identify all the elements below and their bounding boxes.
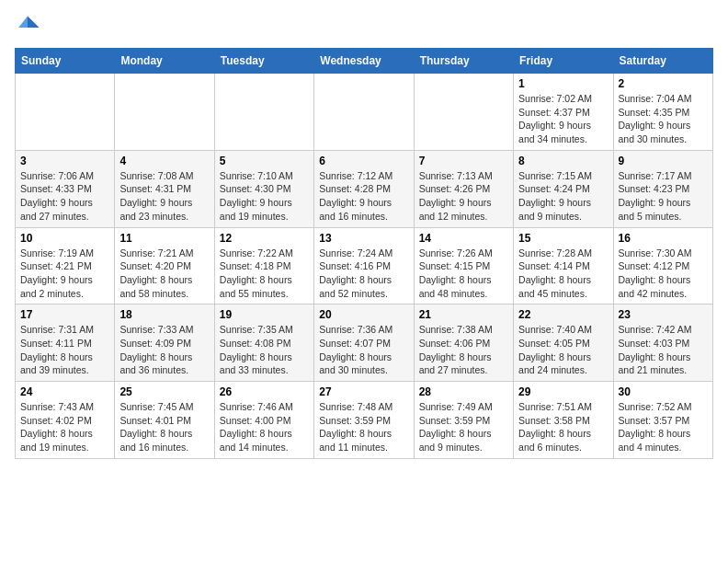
calendar-cell: 3Sunrise: 7:06 AM Sunset: 4:33 PM Daylig… xyxy=(16,150,115,227)
calendar-cell: 4Sunrise: 7:08 AM Sunset: 4:31 PM Daylig… xyxy=(115,150,214,227)
day-detail: Sunrise: 7:06 AM Sunset: 4:33 PM Dayligh… xyxy=(20,169,109,224)
col-header-friday: Friday xyxy=(514,49,613,74)
day-number: 26 xyxy=(220,385,309,398)
calendar-table: SundayMondayTuesdayWednesdayThursdayFrid… xyxy=(15,48,713,459)
day-number: 29 xyxy=(518,385,608,398)
day-number: 12 xyxy=(220,232,309,245)
day-number: 9 xyxy=(619,155,708,167)
calendar-cell: 19Sunrise: 7:35 AM Sunset: 4:08 PM Dayli… xyxy=(214,304,313,382)
day-detail: Sunrise: 7:19 AM Sunset: 4:21 PM Dayligh… xyxy=(20,247,109,301)
calendar-cell: 7Sunrise: 7:13 AM Sunset: 4:26 PM Daylig… xyxy=(414,150,513,227)
calendar-cell: 30Sunrise: 7:52 AM Sunset: 3:57 PM Dayli… xyxy=(613,382,712,459)
day-detail: Sunrise: 7:04 AM Sunset: 4:35 PM Dayligh… xyxy=(619,92,708,146)
day-number: 8 xyxy=(518,155,608,167)
calendar-cell: 27Sunrise: 7:48 AM Sunset: 3:59 PM Dayli… xyxy=(314,382,414,459)
day-number: 23 xyxy=(619,308,708,321)
calendar-cell: 28Sunrise: 7:49 AM Sunset: 3:59 PM Dayli… xyxy=(414,382,513,459)
calendar-week-row: 10Sunrise: 7:19 AM Sunset: 4:21 PM Dayli… xyxy=(16,227,713,304)
day-detail: Sunrise: 7:15 AM Sunset: 4:24 PM Dayligh… xyxy=(518,169,608,224)
logo-icon xyxy=(15,15,40,40)
day-detail: Sunrise: 7:40 AM Sunset: 4:05 PM Dayligh… xyxy=(518,323,608,377)
day-detail: Sunrise: 7:24 AM Sunset: 4:16 PM Dayligh… xyxy=(319,247,408,301)
logo xyxy=(15,15,44,40)
calendar-header-row: SundayMondayTuesdayWednesdayThursdayFrid… xyxy=(16,49,713,74)
calendar-cell xyxy=(314,74,414,151)
day-number: 7 xyxy=(419,155,508,167)
calendar-cell: 29Sunrise: 7:51 AM Sunset: 3:58 PM Dayli… xyxy=(514,382,613,459)
day-detail: Sunrise: 7:45 AM Sunset: 4:01 PM Dayligh… xyxy=(119,400,209,454)
day-detail: Sunrise: 7:02 AM Sunset: 4:37 PM Dayligh… xyxy=(518,92,608,146)
day-number: 3 xyxy=(20,155,109,167)
calendar-cell: 11Sunrise: 7:21 AM Sunset: 4:20 PM Dayli… xyxy=(115,227,214,304)
calendar-cell: 10Sunrise: 7:19 AM Sunset: 4:21 PM Dayli… xyxy=(16,227,115,304)
day-number: 5 xyxy=(220,155,309,167)
day-number: 14 xyxy=(419,232,508,245)
day-number: 11 xyxy=(119,232,209,245)
calendar-cell: 26Sunrise: 7:46 AM Sunset: 4:00 PM Dayli… xyxy=(214,382,313,459)
day-number: 4 xyxy=(119,155,209,167)
calendar-cell: 18Sunrise: 7:33 AM Sunset: 4:09 PM Dayli… xyxy=(115,304,214,382)
col-header-thursday: Thursday xyxy=(414,49,513,74)
calendar-cell: 1Sunrise: 7:02 AM Sunset: 4:37 PM Daylig… xyxy=(514,74,613,151)
calendar-cell: 20Sunrise: 7:36 AM Sunset: 4:07 PM Dayli… xyxy=(314,304,414,382)
day-number: 17 xyxy=(20,308,109,321)
day-number: 16 xyxy=(619,232,708,245)
day-detail: Sunrise: 7:31 AM Sunset: 4:11 PM Dayligh… xyxy=(20,323,109,377)
day-detail: Sunrise: 7:17 AM Sunset: 4:23 PM Dayligh… xyxy=(619,169,708,224)
day-detail: Sunrise: 7:30 AM Sunset: 4:12 PM Dayligh… xyxy=(619,247,708,301)
calendar-cell xyxy=(414,74,513,151)
calendar-cell: 22Sunrise: 7:40 AM Sunset: 4:05 PM Dayli… xyxy=(514,304,613,382)
calendar-cell: 5Sunrise: 7:10 AM Sunset: 4:30 PM Daylig… xyxy=(214,150,313,227)
day-number: 19 xyxy=(220,308,309,321)
col-header-monday: Monday xyxy=(115,49,214,74)
calendar-cell: 14Sunrise: 7:26 AM Sunset: 4:15 PM Dayli… xyxy=(414,227,513,304)
day-number: 30 xyxy=(619,385,708,398)
calendar-cell: 17Sunrise: 7:31 AM Sunset: 4:11 PM Dayli… xyxy=(16,304,115,382)
calendar-cell: 16Sunrise: 7:30 AM Sunset: 4:12 PM Dayli… xyxy=(613,227,712,304)
day-number: 28 xyxy=(419,385,508,398)
day-number: 2 xyxy=(619,77,708,90)
col-header-tuesday: Tuesday xyxy=(214,49,313,74)
calendar-cell: 12Sunrise: 7:22 AM Sunset: 4:18 PM Dayli… xyxy=(214,227,313,304)
day-detail: Sunrise: 7:28 AM Sunset: 4:14 PM Dayligh… xyxy=(518,247,608,301)
col-header-sunday: Sunday xyxy=(16,49,115,74)
day-detail: Sunrise: 7:52 AM Sunset: 3:57 PM Dayligh… xyxy=(619,400,708,454)
calendar-cell: 9Sunrise: 7:17 AM Sunset: 4:23 PM Daylig… xyxy=(613,150,712,227)
col-header-wednesday: Wednesday xyxy=(314,49,414,74)
day-detail: Sunrise: 7:38 AM Sunset: 4:06 PM Dayligh… xyxy=(419,323,508,377)
day-number: 24 xyxy=(20,385,109,398)
calendar-week-row: 17Sunrise: 7:31 AM Sunset: 4:11 PM Dayli… xyxy=(16,304,713,382)
calendar-cell: 21Sunrise: 7:38 AM Sunset: 4:06 PM Dayli… xyxy=(414,304,513,382)
calendar-week-row: 3Sunrise: 7:06 AM Sunset: 4:33 PM Daylig… xyxy=(16,150,713,227)
calendar-cell: 25Sunrise: 7:45 AM Sunset: 4:01 PM Dayli… xyxy=(115,382,214,459)
day-detail: Sunrise: 7:42 AM Sunset: 4:03 PM Dayligh… xyxy=(619,323,708,377)
day-detail: Sunrise: 7:10 AM Sunset: 4:30 PM Dayligh… xyxy=(220,169,309,224)
day-detail: Sunrise: 7:36 AM Sunset: 4:07 PM Dayligh… xyxy=(319,323,408,377)
day-detail: Sunrise: 7:33 AM Sunset: 4:09 PM Dayligh… xyxy=(119,323,209,377)
day-detail: Sunrise: 7:49 AM Sunset: 3:59 PM Dayligh… xyxy=(419,400,508,454)
day-number: 20 xyxy=(319,308,408,321)
day-number: 10 xyxy=(20,232,109,245)
day-number: 27 xyxy=(319,385,408,398)
calendar-cell: 15Sunrise: 7:28 AM Sunset: 4:14 PM Dayli… xyxy=(514,227,613,304)
day-detail: Sunrise: 7:13 AM Sunset: 4:26 PM Dayligh… xyxy=(419,169,508,224)
calendar-cell: 24Sunrise: 7:43 AM Sunset: 4:02 PM Dayli… xyxy=(16,382,115,459)
day-number: 22 xyxy=(518,308,608,321)
calendar-cell: 2Sunrise: 7:04 AM Sunset: 4:35 PM Daylig… xyxy=(613,74,712,151)
calendar-week-row: 1Sunrise: 7:02 AM Sunset: 4:37 PM Daylig… xyxy=(16,74,713,151)
day-detail: Sunrise: 7:48 AM Sunset: 3:59 PM Dayligh… xyxy=(319,400,408,454)
day-detail: Sunrise: 7:22 AM Sunset: 4:18 PM Dayligh… xyxy=(220,247,309,301)
calendar-cell: 6Sunrise: 7:12 AM Sunset: 4:28 PM Daylig… xyxy=(314,150,414,227)
calendar-cell: 8Sunrise: 7:15 AM Sunset: 4:24 PM Daylig… xyxy=(514,150,613,227)
day-number: 18 xyxy=(119,308,209,321)
day-number: 6 xyxy=(319,155,408,167)
calendar-cell xyxy=(16,74,115,151)
day-number: 13 xyxy=(319,232,408,245)
day-detail: Sunrise: 7:08 AM Sunset: 4:31 PM Dayligh… xyxy=(119,169,209,224)
day-number: 15 xyxy=(518,232,608,245)
day-detail: Sunrise: 7:26 AM Sunset: 4:15 PM Dayligh… xyxy=(419,247,508,301)
calendar-week-row: 24Sunrise: 7:43 AM Sunset: 4:02 PM Dayli… xyxy=(16,382,713,459)
col-header-saturday: Saturday xyxy=(613,49,712,74)
svg-marker-1 xyxy=(18,16,28,28)
day-number: 25 xyxy=(119,385,209,398)
